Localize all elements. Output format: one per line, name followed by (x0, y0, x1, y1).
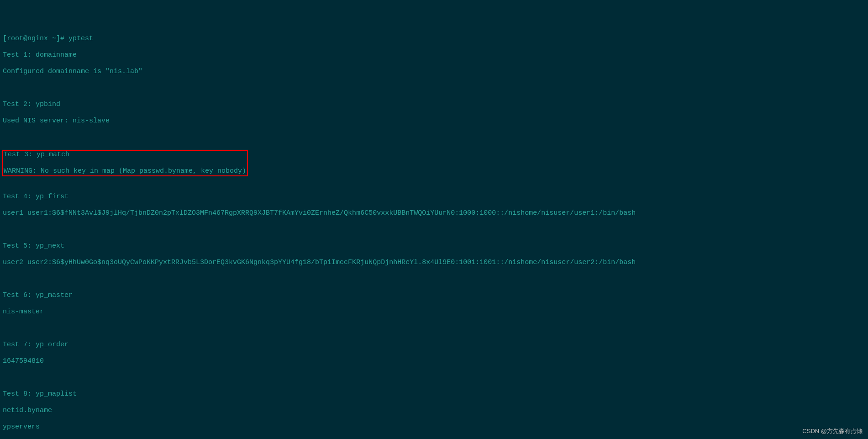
test5-header: Test 5: yp_next (3, 242, 865, 250)
test2-output: Used NIS server: nis-slave (3, 117, 865, 125)
map-item: netid.byname (3, 407, 865, 415)
test4-output: user1 user1:$6$fNNt3Avl$J9jlHq/TjbnDZ0n2… (3, 209, 865, 217)
test8-header: Test 8: yp_maplist (3, 390, 865, 398)
blank (3, 374, 865, 382)
blank (3, 133, 865, 142)
test5-output: user2 user2:$6$yHhUw0Go$nq3oUQyCwPoKKPyx… (3, 259, 865, 267)
test7-header: Test 7: yp_order (3, 341, 865, 349)
blank (3, 84, 865, 92)
test6-output: nis-master (3, 308, 865, 316)
test1-output: Configured domainname is "nis.lab" (3, 68, 865, 76)
shell-prompt: [root@nginx ~]# yptest (3, 35, 865, 43)
test4-header: Test 4: yp_first (3, 193, 865, 201)
blank (3, 275, 865, 283)
test2-header: Test 2: ypbind (3, 100, 865, 109)
test6-header: Test 6: yp_master (3, 291, 865, 300)
test3-output: WARNING: No such key in map (Map passwd.… (4, 167, 246, 175)
blank (3, 226, 865, 234)
watermark: CSDN @方先森有点懒 (802, 427, 863, 435)
blank (3, 176, 865, 185)
map-item: ypservers (3, 423, 865, 431)
test1-header: Test 1: domainname (3, 51, 865, 59)
blank (3, 324, 865, 333)
test3-header: Test 3: yp_match (4, 151, 246, 159)
test3-warning-box: Test 3: yp_match WARNING: No such key in… (2, 150, 248, 176)
test7-output: 1647594810 (3, 357, 865, 365)
